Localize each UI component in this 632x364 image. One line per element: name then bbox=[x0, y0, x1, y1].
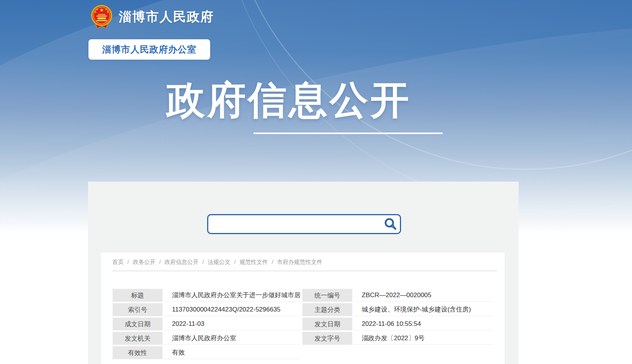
breadcrumb-separator: / bbox=[272, 259, 273, 265]
breadcrumb-separator: / bbox=[159, 259, 161, 265]
doc-info-left-column: 标题 淄博市人民政府办公室关于进一步做好城市居民... 索引号 11370300… bbox=[113, 289, 301, 361]
svg-text:★: ★ bbox=[105, 8, 107, 11]
info-value: 城乡建设、环境保护-城乡建设(含住房) bbox=[353, 303, 493, 316]
svg-text:★: ★ bbox=[96, 8, 98, 11]
info-label: 发文字号 bbox=[302, 332, 352, 345]
search-box bbox=[207, 214, 401, 234]
info-label: 标题 bbox=[113, 289, 163, 302]
breadcrumb-item-home[interactable]: 首页 bbox=[112, 259, 124, 265]
breadcrumb-divider bbox=[112, 271, 497, 271]
table-row: 有效性 有效 bbox=[113, 346, 301, 359]
office-badge-label: 淄博市人民政府办公室 bbox=[102, 43, 197, 56]
info-label: 主题分类 bbox=[302, 303, 352, 316]
site-logo-row: ★ ★ ★ ★ ★ 淄博市人民政府 bbox=[91, 5, 214, 29]
breadcrumb-item-shifuban[interactable]: 市府办规范性文件 bbox=[277, 259, 322, 265]
table-row: 主题分类 城乡建设、环境保护-城乡建设(含住房) bbox=[302, 303, 493, 316]
svg-text:★: ★ bbox=[94, 11, 97, 13]
info-label: 发文日期 bbox=[302, 318, 352, 330]
search-input[interactable] bbox=[208, 215, 381, 233]
search-icon bbox=[383, 217, 398, 231]
info-value: 2022-11-06 10:55:54 bbox=[353, 318, 493, 330]
table-row: 成文日期 2022-11-03 bbox=[113, 318, 301, 330]
page: ★ ★ ★ ★ ★ 淄博市人民政府 淄博市人民政府办公室 政府信息公开 bbox=[0, 0, 632, 364]
office-badge: 淄博市人民政府办公室 bbox=[88, 39, 210, 60]
info-value: 2022-11-03 bbox=[164, 318, 301, 330]
page-title: 政府信息公开 bbox=[165, 79, 413, 122]
table-row: 发文日期 2022-11-06 10:55:54 bbox=[302, 318, 493, 330]
doc-info-right-column: 统一编号 ZBCR—2022—0020005 主题分类 城乡建设、环境保护-城乡… bbox=[302, 289, 493, 346]
breadcrumb-separator: / bbox=[202, 259, 204, 265]
table-row: 发文字号 淄政办发〔2022〕9号 bbox=[302, 332, 493, 345]
info-value: 有效 bbox=[164, 346, 301, 359]
breadcrumb-item-xinxigongkai[interactable]: 政府信息公开 bbox=[164, 259, 198, 265]
table-row: 索引号 11370300004224423Q/2022-5296635 bbox=[113, 303, 301, 316]
breadcrumb: 首页/政务公开/政府信息公开/法规公文/规范性文件/市府办规范性文件 bbox=[112, 259, 497, 266]
breadcrumb-item-zhengwu[interactable]: 政务公开 bbox=[133, 259, 155, 265]
info-value: 11370300004224423Q/2022-5296635 bbox=[164, 303, 301, 316]
info-label: 统一编号 bbox=[302, 289, 352, 302]
breadcrumb-item-fagui[interactable]: 法规公文 bbox=[208, 259, 231, 265]
info-label: 成文日期 bbox=[113, 318, 163, 330]
document-card: 首页/政务公开/政府信息公开/法规公文/规范性文件/市府办规范性文件 标题 淄博… bbox=[101, 253, 505, 364]
info-value: 淄博市人民政府办公室 bbox=[164, 332, 301, 345]
info-label: 索引号 bbox=[113, 303, 163, 316]
svg-text:★: ★ bbox=[99, 7, 104, 13]
search-button[interactable] bbox=[381, 215, 400, 233]
info-value: ZBCR—2022—0020005 bbox=[353, 289, 493, 302]
table-row: 发文机关 淄博市人民政府办公室 bbox=[113, 332, 301, 345]
title-underline bbox=[254, 133, 443, 134]
breadcrumb-separator: / bbox=[127, 259, 129, 265]
breadcrumb-item-guifanxing[interactable]: 规范性文件 bbox=[240, 259, 268, 265]
info-label: 发文机关 bbox=[113, 332, 163, 345]
svg-text:★: ★ bbox=[107, 11, 109, 13]
info-label: 有效性 bbox=[113, 346, 163, 359]
table-row: 标题 淄博市人民政府办公室关于进一步做好城市居民... bbox=[113, 289, 301, 302]
info-value: 淄政办发〔2022〕9号 bbox=[353, 332, 493, 345]
info-value: 淄博市人民政府办公室关于进一步做好城市居民... bbox=[164, 289, 301, 302]
national-emblem-icon: ★ ★ ★ ★ ★ bbox=[91, 5, 113, 29]
table-row: 统一编号 ZBCR—2022—0020005 bbox=[302, 289, 493, 302]
site-name: 淄博市人民政府 bbox=[119, 8, 214, 26]
breadcrumb-separator: / bbox=[234, 259, 236, 265]
